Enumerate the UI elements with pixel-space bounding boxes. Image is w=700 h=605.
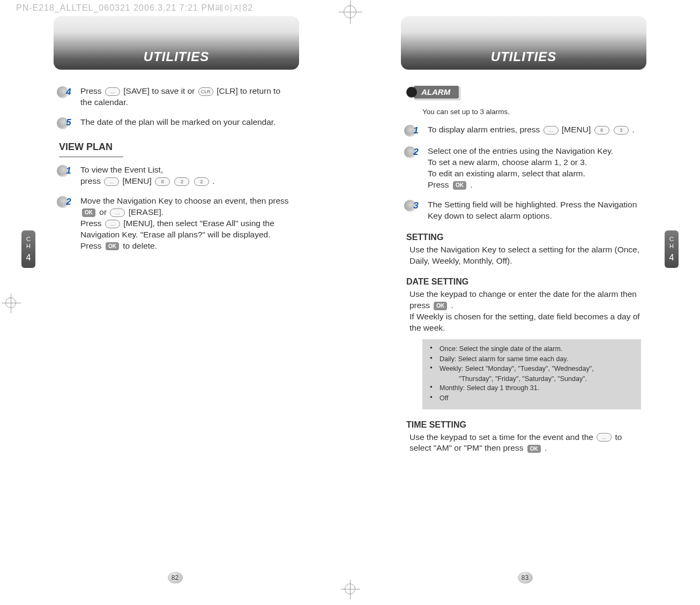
- alarm-step-1: 1 To display alarm entries, press … [MEN…: [406, 124, 641, 137]
- step-number-4: 4: [59, 86, 75, 99]
- chapter-tab-num: 4: [26, 252, 31, 263]
- note-weekly-cont: "Thursday", "Friday", "Saturday", "Sunda…: [430, 375, 634, 384]
- setting-body: Use the Navigation Key to select a setti…: [409, 244, 641, 267]
- vp-step-number-2: 2: [59, 196, 75, 208]
- view-plan-step-2: 2 Move the Navigation Key to choose an e…: [59, 196, 294, 252]
- page-right: UTILITIES CH 4 ALARM You can set up to 3…: [350, 0, 700, 605]
- alarm-label-text: ALARM: [414, 86, 459, 99]
- header-title-left: UTILITIES: [144, 49, 209, 64]
- alarm-step-number-2: 2: [406, 146, 422, 159]
- alarm-step-number-1: 1: [406, 124, 422, 137]
- page-number-right: 83: [518, 572, 533, 584]
- ok-key-icon: OK: [82, 208, 95, 217]
- time-setting-body: Use the keypad to set a time for the eve…: [409, 432, 641, 454]
- note-once: Once: Select the single date of the alar…: [430, 345, 634, 354]
- alarm-step-number-3: 3: [406, 199, 422, 212]
- note-off: Off: [430, 394, 634, 403]
- vp-step-2-text: Move the Navigation Key to choose an eve…: [80, 196, 294, 252]
- softkey-icon: …: [105, 87, 120, 96]
- alarm-step-1-text: To display alarm entries, press … [MENU]…: [428, 124, 641, 136]
- chapter-tab-ch: CH: [26, 236, 31, 250]
- key-3-icon: 3: [614, 126, 629, 135]
- ok-key-icon: OK: [453, 181, 466, 190]
- note-weekly: Weekly: Select "Monday", "Tuesday", "Wed…: [430, 364, 634, 374]
- note-daily: Daily: Select alarm for same time each d…: [430, 355, 634, 364]
- key-2-icon: 2: [174, 177, 189, 186]
- clr-key-icon: CLR: [198, 87, 213, 96]
- softkey-icon: …: [543, 126, 558, 135]
- alarm-step-3-text: The Setting field will be highlighted. P…: [428, 199, 641, 222]
- date-setting-heading: DATE SETTING: [406, 276, 641, 288]
- softkey-icon: …: [110, 208, 125, 217]
- setting-heading: SETTING: [406, 231, 641, 243]
- step-number-5: 5: [59, 117, 75, 130]
- chapter-tab-left: CH 4: [21, 230, 35, 268]
- date-setting-body: Use the keypad to change or enter the da…: [409, 289, 641, 334]
- page-number-left: 82: [168, 572, 183, 584]
- alarm-section-label: ALARM: [406, 86, 459, 99]
- chapter-tab-right: CH 4: [665, 230, 679, 268]
- chapter-tab-ch: CH: [669, 236, 674, 250]
- step-5-text: The date of the plan will be marked on y…: [80, 117, 294, 128]
- key-8-icon: 8: [155, 177, 170, 186]
- content-right: ALARM You can set up to 3 alarms. 1 To d…: [406, 86, 641, 454]
- view-plan-step-1: 1 To view the Event List, press … [MENU]…: [59, 165, 294, 187]
- pill-dot-icon: [406, 87, 417, 98]
- header-band-right: UTILITIES: [401, 16, 646, 70]
- step-4-text: Press … [SAVE] to save it or CLR [CLR] t…: [80, 86, 294, 108]
- vp-step-number-1: 1: [59, 165, 75, 177]
- key-8-icon: 8: [594, 126, 609, 135]
- ok-key-icon: OK: [106, 242, 119, 251]
- ok-key-icon: OK: [434, 302, 447, 310]
- softkey-icon: …: [104, 177, 119, 186]
- date-options-note: Once: Select the single date of the alar…: [422, 339, 641, 409]
- softkey-icon: …: [105, 220, 120, 228]
- header-title-right: UTILITIES: [491, 49, 556, 64]
- softkey-icon: …: [597, 433, 612, 442]
- page-spread: UTILITIES CH 4 4 Press … [SAVE] to save …: [0, 0, 700, 605]
- step-4: 4 Press … [SAVE] to save it or CLR [CLR]…: [59, 86, 294, 108]
- chapter-tab-num: 4: [669, 252, 674, 263]
- header-band-left: UTILITIES: [54, 16, 299, 70]
- page-left: UTILITIES CH 4 4 Press … [SAVE] to save …: [0, 0, 350, 605]
- content-left: 4 Press … [SAVE] to save it or CLR [CLR]…: [59, 86, 294, 252]
- vp-step-1-text: To view the Event List, press … [MENU] 8…: [80, 165, 294, 187]
- section-view-plan: VIEW PLAN: [59, 140, 123, 157]
- alarm-step-2: 2 Select one of the entries using the Na…: [406, 146, 641, 191]
- note-monthly: Monthly: Select day 1 through 31.: [430, 384, 634, 393]
- alarm-step-2-text: Select one of the entries using the Navi…: [428, 146, 641, 191]
- alarm-intro: You can set up to 3 alarms.: [422, 107, 641, 117]
- key-2-icon: 2: [194, 177, 209, 186]
- alarm-step-3: 3 The Setting field will be highlighted.…: [406, 199, 641, 222]
- step-5: 5 The date of the plan will be marked on…: [59, 117, 294, 130]
- ok-key-icon: OK: [527, 445, 541, 453]
- time-setting-heading: TIME SETTING: [406, 419, 641, 431]
